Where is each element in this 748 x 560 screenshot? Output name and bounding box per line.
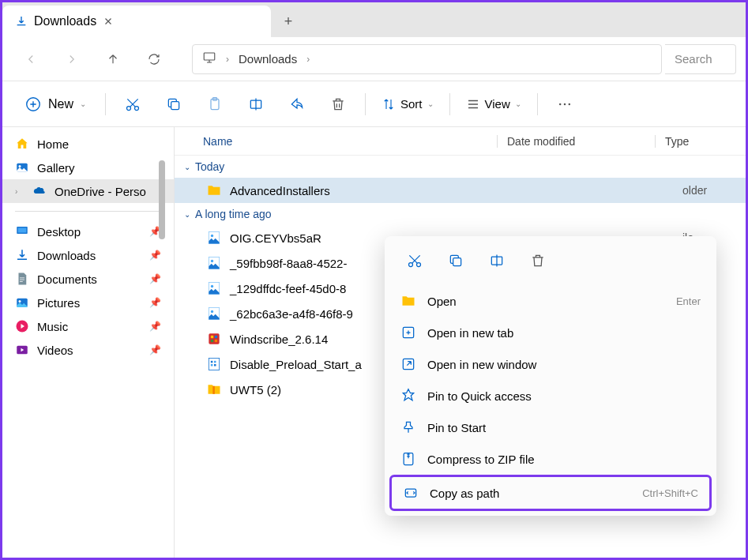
group-header[interactable]: ⌄ Today [175,156,746,178]
sidebar: Home Gallery › OneDrive - Perso Desktop … [2,127,175,559]
svg-rect-31 [215,340,217,342]
svg-rect-30 [211,340,213,342]
svg-point-12 [19,165,21,167]
menu-item-pin-start[interactable]: Pin to Start [389,412,712,443]
copy-button[interactable] [437,244,475,277]
path-icon [403,485,419,501]
pictures-icon [15,295,29,310]
delete-button[interactable] [519,244,557,277]
chevron-right-icon: › [15,187,24,196]
new-tab-button[interactable]: + [271,6,306,37]
rename-button[interactable] [239,88,273,120]
svg-rect-0 [204,53,215,60]
chevron-right-icon: › [226,54,229,65]
refresh-button[interactable] [135,43,173,75]
copy-button[interactable] [156,88,191,120]
svg-rect-35 [211,364,213,366]
paste-button[interactable] [197,88,232,120]
svg-point-16 [19,300,21,303]
svg-point-24 [211,285,213,288]
svg-point-20 [211,235,213,237]
share-button[interactable] [280,88,314,120]
svg-rect-36 [214,364,216,366]
view-button[interactable]: View ⌄ [460,92,528,116]
svg-rect-37 [212,386,215,394]
svg-rect-33 [211,361,213,363]
onedrive-icon [32,184,47,198]
menu-item-open-new-tab[interactable]: Open in new tab [389,317,712,348]
sidebar-item-videos[interactable]: Videos 📌 [2,338,174,362]
reg-icon [206,356,222,372]
svg-point-38 [409,263,413,267]
cut-button[interactable] [396,244,434,277]
path-segment[interactable]: Downloads [239,52,297,66]
videos-icon [15,343,29,357]
menu-item-compress[interactable]: Compress to ZIP file [389,443,712,475]
chevron-down-icon: ⌄ [80,100,86,108]
image-file-icon [206,230,222,246]
tab-title: Downloads [34,14,96,28]
svg-point-2 [127,106,131,110]
header-name[interactable]: Name [197,135,497,148]
pin-icon: 📌 [149,297,161,308]
sidebar-item-desktop[interactable]: Desktop 📌 [2,220,174,243]
sidebar-item-onedrive[interactable]: › OneDrive - Perso [2,179,174,203]
svg-point-22 [211,260,213,262]
svg-point-10 [568,103,570,105]
menu-item-open[interactable]: Open Enter [389,285,712,317]
close-icon[interactable] [103,16,114,27]
home-icon [15,137,29,151]
documents-icon [15,272,29,286]
sidebar-item-documents[interactable]: Documents 📌 [2,267,174,291]
sort-button[interactable]: Sort ⌄ [375,92,440,116]
search-input[interactable]: Search [665,44,736,74]
download-icon [15,15,28,28]
svg-rect-29 [215,336,217,338]
menu-item-open-new-window[interactable]: Open in new window [389,348,712,380]
scrollbar-thumb[interactable] [159,160,165,239]
toolbar: New ⌄ Sort ⌄ View ⌄ [2,81,746,127]
context-menu: Open Enter Open in new tab Open in new w… [385,236,716,516]
svg-rect-14 [18,228,27,233]
header-type[interactable]: Type [655,135,746,148]
file-row[interactable]: AdvancedInstallers older [175,178,746,203]
up-button[interactable] [94,43,132,75]
chevron-down-icon: ⌄ [427,100,434,108]
svg-point-3 [135,106,139,110]
address-bar[interactable]: › Downloads › [192,44,662,74]
svg-rect-4 [171,101,179,109]
menu-item-copy-path[interactable]: Copy as path Ctrl+Shift+C [389,475,712,511]
new-button[interactable]: New ⌄ [15,91,96,118]
tab-bar: Downloads + [2,2,746,37]
context-toolbar [389,241,712,285]
tab-active[interactable]: Downloads [2,6,271,37]
rename-button[interactable] [478,244,516,277]
image-file-icon [206,280,222,296]
sidebar-item-gallery[interactable]: Gallery [2,156,174,179]
svg-rect-27 [209,333,219,344]
downloads-icon [15,248,29,262]
svg-point-26 [211,310,213,313]
pin-icon: 📌 [149,273,161,284]
more-button[interactable] [547,88,582,120]
cut-button[interactable] [115,88,150,120]
sidebar-item-music[interactable]: Music 📌 [2,314,174,338]
chevron-right-icon: › [306,54,310,65]
svg-point-39 [417,263,421,267]
sidebar-item-downloads[interactable]: Downloads 📌 [2,243,174,267]
desktop-icon [15,224,29,239]
delete-button[interactable] [321,88,355,120]
menu-item-pin-quick[interactable]: Pin to Quick access [389,380,712,412]
sidebar-item-pictures[interactable]: Pictures 📌 [2,291,174,314]
exe-icon [206,331,222,347]
group-header[interactable]: ⌄ A long time ago [175,203,746,225]
back-button[interactable] [12,43,50,75]
forward-button[interactable] [53,43,91,75]
header-date[interactable]: Date modified [497,135,655,148]
newwindow-icon [400,356,416,372]
chevron-down-icon: ⌄ [184,210,190,219]
zip-icon [400,451,416,467]
svg-point-9 [564,103,566,105]
sidebar-item-home[interactable]: Home [2,132,174,156]
navigation-bar: › Downloads › Search [2,37,746,81]
